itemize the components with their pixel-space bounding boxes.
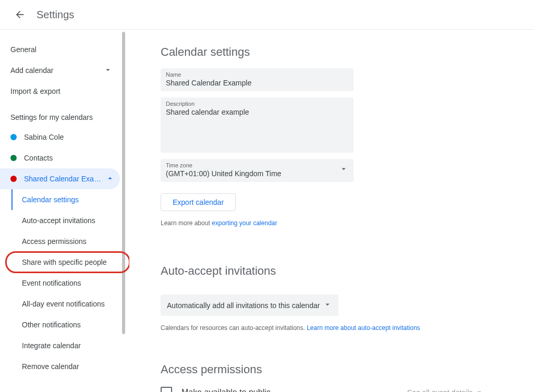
sidebar-item-label: General [10,45,37,54]
dropdown-arrow-icon [472,387,484,393]
sidebar-section-title: Settings for my calendars [0,102,129,127]
main-content: Calendar settings Name Shared Calendar E… [129,30,534,392]
sidebar-item-general[interactable]: General [0,39,120,60]
auto-accept-help-text: Calendars for resources can auto-accept … [161,324,524,332]
timezone-label: Time zone [166,162,281,168]
auto-accept-value: Automatically add all invitations to thi… [167,301,320,310]
sidebar-item-label: Import & export [10,87,60,95]
sidebar-item-add-calendar[interactable]: Add calendar [0,60,120,81]
arrow-left-icon [14,9,26,20]
dropdown-arrow-icon [339,164,348,176]
section-title-auto-accept: Auto-accept invitations [161,264,524,278]
sidebar-calendar-contacts[interactable]: Contacts [0,148,120,168]
timezone-select[interactable]: Time zone (GMT+01:00) United Kingdom Tim… [161,159,354,182]
access-detail-value: See all event details [407,388,472,392]
sub-item-other-notifications[interactable]: Other notifications [11,314,129,335]
sidebar-calendar-shared[interactable]: Shared Calendar Exam… [0,168,120,189]
sub-item-event-notifications[interactable]: Event notifications [11,273,129,293]
auto-accept-help-link[interactable]: Learn more about auto-accept invitations [307,324,420,332]
sub-item-allday-notifications[interactable]: All-day event notifications [11,293,129,314]
sub-item-access-permissions[interactable]: Access permissions [11,231,129,252]
auto-accept-help-prefix: Calendars for resources can auto-accept … [161,324,307,332]
sub-item-share-specific-people[interactable]: Share with specific people [11,252,129,273]
sub-item-integrate-calendar[interactable]: Integrate calendar [11,335,129,356]
sidebar-item-import-export[interactable]: Import & export [0,81,120,102]
sub-item-label: Share with specific people [22,258,107,266]
name-field-label: Name [166,71,348,78]
export-help-prefix: Learn more about [161,219,212,227]
calendar-color-dot [10,176,17,182]
sub-item-label: Integrate calendar [22,341,81,350]
name-field-value: Shared Calendar Example [166,79,348,87]
sub-item-label: Calendar settings [22,195,79,204]
timezone-value: (GMT+01:00) United Kingdom Time [166,169,281,178]
calendar-name: Contacts [24,154,115,162]
access-detail-select[interactable]: See all event details [407,387,484,393]
chevron-down-icon [103,65,113,76]
back-button[interactable] [10,5,29,24]
settings-header: Settings [0,0,534,30]
page-title: Settings [37,9,74,21]
sub-item-label: Remove calendar [22,362,79,371]
sidebar-scrollbar[interactable] [122,32,125,334]
description-field[interactable]: Description Shared calendar example [161,97,354,153]
calendar-color-dot [10,155,17,161]
sub-item-label: Other notifications [22,321,81,329]
calendar-name: Sabina Cole [24,133,115,141]
description-field-value: Shared calendar example [166,108,348,116]
sub-item-label: Auto-accept invitations [22,216,95,225]
export-calendar-button[interactable]: Export calendar [161,193,236,211]
name-field[interactable]: Name Shared Calendar Example [161,68,354,91]
chevron-up-icon [105,174,115,185]
sub-item-remove-calendar[interactable]: Remove calendar [11,356,129,377]
calendar-color-dot [10,134,17,140]
auto-accept-select[interactable]: Automatically add all invitations to thi… [161,295,338,316]
section-title-calendar-settings: Calendar settings [161,45,524,59]
access-public-checkbox[interactable] [161,387,172,392]
access-public-label: Make available to public [181,388,271,392]
description-field-label: Description [166,101,348,107]
sub-item-label: Access permissions [22,237,87,246]
calendar-name: Shared Calendar Exam… [24,175,105,183]
access-public-row: Make available to public See all event d… [161,387,484,392]
sidebar-calendar-sabina[interactable]: Sabina Cole [0,127,120,148]
sub-item-auto-accept[interactable]: Auto-accept invitations [11,210,129,231]
sub-item-calendar-settings[interactable]: Calendar settings [11,189,129,210]
sub-item-label: All-day event notifications [22,300,105,308]
sidebar-item-label: Add calendar [10,66,54,75]
export-help-text: Learn more about exporting your calendar [161,219,524,227]
dropdown-arrow-icon [320,300,332,311]
sidebar: General Add calendar Import & export Set… [0,30,129,392]
section-title-access-permissions: Access permissions [161,363,524,376]
export-help-link[interactable]: exporting your calendar [212,219,277,227]
sub-item-label: Event notifications [22,279,81,287]
